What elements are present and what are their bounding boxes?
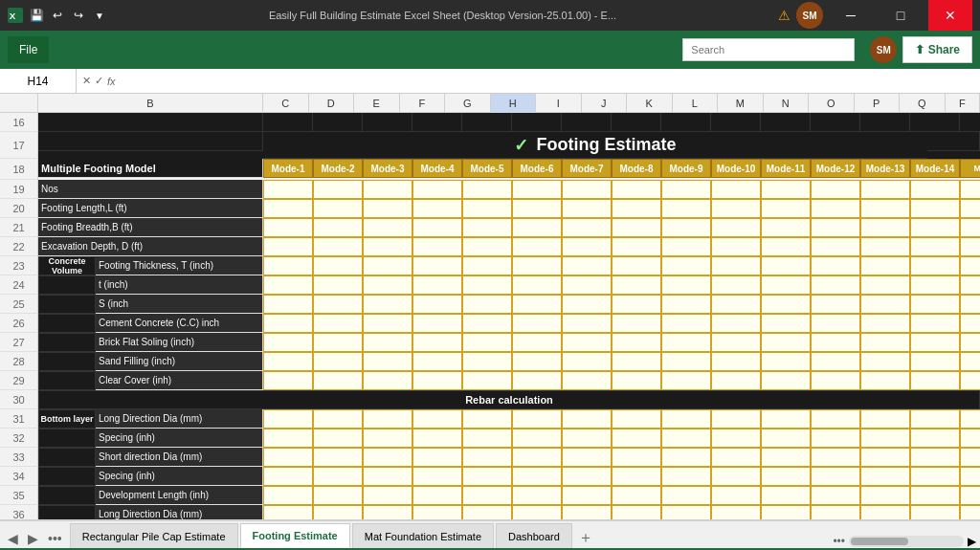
cell-29-H[interactable]: [512, 371, 562, 390]
cell-35-M[interactable]: [761, 486, 811, 505]
cell-16-K[interactable]: [661, 113, 711, 132]
cell-32-J[interactable]: [612, 429, 661, 448]
cell-32-O[interactable]: [860, 429, 910, 448]
cell-36-J[interactable]: [612, 505, 661, 519]
cell-24-L[interactable]: [711, 275, 761, 295]
mode11-header[interactable]: Mode-11: [761, 159, 811, 178]
cell-21-O[interactable]: [860, 218, 910, 237]
cell-35-J[interactable]: [612, 486, 661, 505]
cell-34-K[interactable]: [661, 467, 711, 486]
redo-icon[interactable]: ↪: [71, 8, 86, 23]
cell-24-M[interactable]: [761, 275, 811, 295]
cell-32-L[interactable]: [711, 429, 761, 448]
cell-19-G[interactable]: [462, 180, 512, 199]
cell-25-K[interactable]: [661, 295, 711, 314]
cell-35-C[interactable]: [263, 486, 313, 505]
cell-22-D[interactable]: [313, 237, 363, 256]
cell-36-C[interactable]: [263, 505, 313, 519]
cell-33-H[interactable]: [512, 448, 562, 467]
cell-24-K[interactable]: [661, 275, 711, 295]
cell-16-B[interactable]: [38, 113, 263, 132]
col-header-G[interactable]: G: [445, 94, 491, 113]
cell-35-E[interactable]: [363, 486, 412, 505]
cell-16-J[interactable]: [612, 113, 661, 132]
cell-36-M[interactable]: [761, 505, 811, 519]
cell-32-Q[interactable]: [960, 429, 980, 448]
col-header-C[interactable]: C: [263, 94, 309, 113]
cell-22-J[interactable]: [612, 237, 661, 256]
cell-22-Q[interactable]: [960, 237, 980, 256]
cell-28-D[interactable]: [313, 352, 363, 371]
tab-prev-button[interactable]: ◀: [4, 529, 22, 548]
formula-confirm-icon[interactable]: ✓: [95, 75, 103, 87]
cell-16-G[interactable]: [462, 113, 512, 132]
cell-20-I[interactable]: [562, 199, 612, 218]
col-header-M[interactable]: M: [718, 94, 764, 113]
cell-23-P[interactable]: [910, 256, 960, 275]
cell-27-I[interactable]: [562, 333, 612, 352]
cell-25-L[interactable]: [711, 295, 761, 314]
mode2-header[interactable]: Mode-2: [313, 159, 363, 178]
cell-33-Q[interactable]: [960, 448, 980, 467]
cell-20-E[interactable]: [363, 199, 412, 218]
cell-31-F[interactable]: [412, 409, 462, 429]
cell-31-G[interactable]: [462, 409, 512, 429]
cell-21-D[interactable]: [313, 218, 363, 237]
cell-34-M[interactable]: [761, 467, 811, 486]
cell-21-H[interactable]: [512, 218, 562, 237]
mode13-header[interactable]: Mode-13: [860, 159, 910, 178]
cell-23-N[interactable]: [811, 256, 860, 275]
cell-35-K[interactable]: [661, 486, 711, 505]
cell-31-C[interactable]: [263, 409, 313, 429]
cell-32-C[interactable]: [263, 429, 313, 448]
cell-29-E[interactable]: [363, 371, 412, 390]
cell-25-G[interactable]: [462, 295, 512, 314]
cell-26-Q[interactable]: [960, 314, 980, 333]
cell-20-G[interactable]: [462, 199, 512, 218]
col-header-L[interactable]: L: [673, 94, 719, 113]
cell-24-D[interactable]: [313, 275, 363, 295]
cell-31-L[interactable]: [711, 409, 761, 429]
cell-21-E[interactable]: [363, 218, 412, 237]
tab-rectangular-pile-cap[interactable]: Rectangular Pile Cap Estimate: [70, 523, 238, 548]
cell-36-L[interactable]: [711, 505, 761, 519]
cell-36-O[interactable]: [860, 505, 910, 519]
cell-27-H[interactable]: [512, 333, 562, 352]
cell-35-P[interactable]: [910, 486, 960, 505]
formula-input[interactable]: [122, 75, 980, 88]
maximize-button[interactable]: □: [879, 0, 923, 31]
cell-32-P[interactable]: [910, 429, 960, 448]
horizontal-scrollbar[interactable]: [849, 536, 964, 547]
cell-28-Q[interactable]: [960, 352, 980, 371]
cell-25-C[interactable]: [263, 295, 313, 314]
col-header-D[interactable]: D: [309, 94, 355, 113]
cell-24-G[interactable]: [462, 275, 512, 295]
cell-29-O[interactable]: [860, 371, 910, 390]
cell-25-J[interactable]: [612, 295, 661, 314]
cell-25-P[interactable]: [910, 295, 960, 314]
cell-35-D[interactable]: [313, 486, 363, 505]
col-header-H[interactable]: H: [491, 94, 537, 113]
cell-29-K[interactable]: [661, 371, 711, 390]
cell-20-C[interactable]: [263, 199, 313, 218]
cell-31-O[interactable]: [860, 409, 910, 429]
cell-21-F[interactable]: [412, 218, 462, 237]
sheet-nav-dots[interactable]: •••: [833, 535, 845, 548]
cell-27-Q[interactable]: [960, 333, 980, 352]
mode3-header[interactable]: Mode-3: [363, 159, 412, 178]
cell-25-O[interactable]: [860, 295, 910, 314]
cell-16-Q[interactable]: [960, 113, 980, 132]
cell-28-I[interactable]: [562, 352, 612, 371]
cell-28-J[interactable]: [612, 352, 661, 371]
cell-17-B[interactable]: [38, 132, 263, 151]
mode6-header[interactable]: Mode-6: [512, 159, 562, 178]
cell-33-F[interactable]: [412, 448, 462, 467]
cell-32-E[interactable]: [363, 429, 412, 448]
cell-35-O[interactable]: [860, 486, 910, 505]
cell-28-F[interactable]: [412, 352, 462, 371]
cell-36-K[interactable]: [661, 505, 711, 519]
cell-23-H[interactable]: [512, 256, 562, 275]
cell-19-N[interactable]: [811, 180, 860, 199]
cell-21-N[interactable]: [811, 218, 860, 237]
cell-34-D[interactable]: [313, 467, 363, 486]
